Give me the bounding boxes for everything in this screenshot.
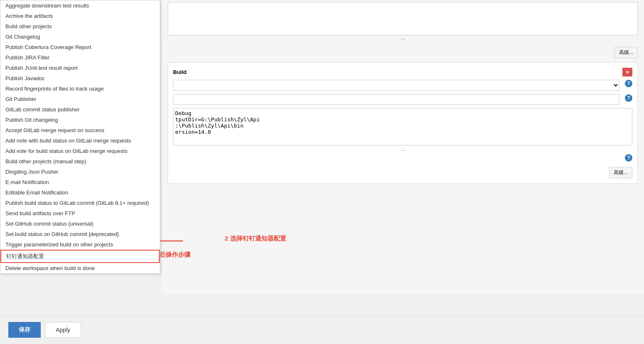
menu-item-publish-junit[interactable]: Publish JUnit test result report	[0, 63, 160, 73]
menu-item-git-changelog[interactable]: Git Changelog	[0, 32, 160, 42]
menu-item-set-github-status[interactable]: Set GitHub commit status (universal)	[0, 219, 160, 229]
build-section-title: Build	[173, 69, 187, 75]
menu-item-editable-email[interactable]: Editable Email Notification	[0, 187, 160, 198]
build-panel: ⸻ 高级... Build × ?	[161, 0, 644, 294]
menu-item-publish-jira-filter[interactable]: Publish JIRA Filter	[0, 52, 160, 63]
build-type-select[interactable]	[173, 80, 619, 91]
build-block-1: Build × ? ? Debug tputDir=G:\P	[168, 62, 638, 184]
menu-item-delete-workspace[interactable]: Delete workspace when build is done	[0, 263, 160, 273]
command-area: Debug tputDir=G:\Publish\Zyl\Api :\Publi…	[173, 108, 632, 162]
advanced-btn-1[interactable]: 高级...	[614, 47, 638, 58]
menu-item-add-vote-gitlab[interactable]: Add vote for build status on GitLab merg…	[0, 146, 160, 156]
close-build-btn[interactable]: ×	[622, 68, 632, 76]
menu-item-send-ftp[interactable]: Send build artifacts over FTP	[0, 208, 160, 219]
menu-item-aggregate-downstream[interactable]: Aggregate downstream test results	[0, 0, 160, 11]
build-section-header: Build ×	[173, 68, 632, 76]
menu-item-add-note-gitlab[interactable]: Add note with build status on GitLab mer…	[0, 135, 160, 146]
menu-item-publish-gitlab-commit[interactable]: Publish build status to GitLab commit (G…	[0, 198, 160, 208]
menu-item-publish-cobertura[interactable]: Publish Cobertura Coverage Report	[0, 42, 160, 52]
menu-items-container: Aggregate downstream test resultsArchive…	[0, 0, 160, 273]
top-textarea[interactable]	[168, 2, 638, 35]
help-icon-1[interactable]: ?	[625, 80, 632, 87]
input-row-1: ?	[173, 94, 632, 105]
menu-item-dingding-json[interactable]: Dingding Json Pusher	[0, 167, 160, 177]
menu-item-record-fingerprints[interactable]: Record fingerprints of files to track us…	[0, 84, 160, 94]
menu-item-accept-gitlab-merge[interactable]: Accept GitLab merge request on success	[0, 125, 160, 135]
menu-item-archive-artifacts[interactable]: Archive the artifacts	[0, 11, 160, 21]
dropdown-menu[interactable]: Aggregate downstream test resultsArchive…	[0, 0, 160, 274]
menu-item-trigger-parameterized[interactable]: Trigger parameterized build on other pro…	[0, 239, 160, 250]
menu-item-set-github-deprecated[interactable]: Set build status on GitHub commit [depre…	[0, 229, 160, 239]
content-area: ⸻ 高级... Build × ?	[0, 0, 644, 319]
menu-item-git-publisher[interactable]: Git Publisher	[0, 94, 160, 104]
menu-item-publish-git-changelog[interactable]: Publish Git changelog	[0, 115, 160, 125]
select-row: ?	[173, 80, 632, 91]
menu-item-email-notification[interactable]: E-mail Notification	[0, 177, 160, 187]
main-container: ⸻ 高级... Build × ?	[0, 0, 644, 344]
menu-item-publish-javadoc[interactable]: Publish Javadoc	[0, 73, 160, 84]
input-field-1[interactable]	[173, 94, 619, 105]
menu-item-build-other-manual[interactable]: Build other projects (manual step)	[0, 156, 160, 167]
help-icon-2[interactable]: ?	[625, 94, 632, 102]
command-textarea[interactable]: Debug tputDir=G:\Publish\Zyl\Api :\Publi…	[173, 108, 632, 145]
menu-item-dingding-notify[interactable]: 钉钉通知器配置	[0, 250, 160, 263]
save-button[interactable]: 保存	[8, 322, 41, 338]
menu-item-build-other-projects[interactable]: Build other projects	[0, 21, 160, 32]
bottom-bar: 保存 Apply	[0, 315, 644, 344]
help-icon-3[interactable]: ?	[625, 154, 632, 162]
menu-item-gitlab-commit-status[interactable]: GitLab commit status publisher	[0, 104, 160, 115]
apply-button[interactable]: Apply	[45, 322, 81, 338]
advanced-btn-2[interactable]: 高级...	[609, 167, 632, 178]
